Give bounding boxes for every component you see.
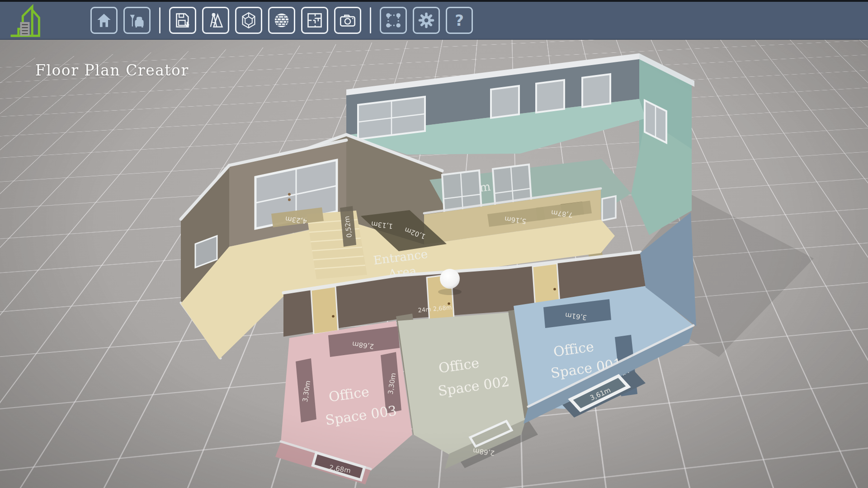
floor-plan-button[interactable] [301, 7, 328, 34]
window-handle [288, 198, 291, 201]
texture-icon [273, 12, 290, 29]
select-button[interactable] [380, 7, 407, 34]
window[interactable] [602, 196, 616, 221]
settings-button[interactable] [413, 7, 440, 34]
floorplan-3d-view: Room 5,16m 7,87m 9m 4,33m [0, 40, 868, 488]
scene-canvas[interactable]: Room 5,16m 7,87m 9m 4,33m [0, 40, 868, 488]
window[interactable] [491, 86, 519, 118]
texture-button[interactable] [268, 7, 295, 34]
toolbar-buttons: ? [90, 7, 473, 34]
save-icon [174, 12, 191, 29]
floor-plan-icon [306, 12, 323, 29]
home-icon [96, 12, 112, 28]
view-3d-icon [240, 12, 257, 29]
door-knob [553, 288, 556, 291]
orbit-target-sphere[interactable] [440, 269, 460, 289]
help-icon: ? [455, 13, 464, 28]
window[interactable] [582, 74, 610, 107]
select-icon [385, 12, 402, 29]
measure-tools-button[interactable] [202, 7, 229, 34]
help-button[interactable]: ? [446, 7, 473, 34]
furniture-button[interactable] [123, 7, 151, 34]
furniture-icon [129, 12, 145, 28]
door-office-003[interactable] [311, 286, 338, 334]
page-title: Floor Plan Creator [35, 61, 189, 79]
home-button[interactable] [90, 7, 118, 34]
save-button[interactable] [169, 7, 196, 34]
measure-tools-icon [207, 12, 224, 29]
toolbar-separator [370, 7, 371, 33]
toolbar: ? [0, 0, 868, 40]
sphere-shadow [438, 289, 462, 295]
camera-icon [339, 12, 356, 29]
view-3d-button[interactable] [235, 7, 262, 34]
camera-button[interactable] [334, 7, 361, 34]
toolbar-separator [159, 7, 160, 33]
app-logo-icon [7, 3, 61, 38]
window-handle [288, 193, 291, 196]
window[interactable] [536, 80, 564, 113]
gear-icon [418, 12, 435, 29]
door-knob [332, 315, 335, 318]
